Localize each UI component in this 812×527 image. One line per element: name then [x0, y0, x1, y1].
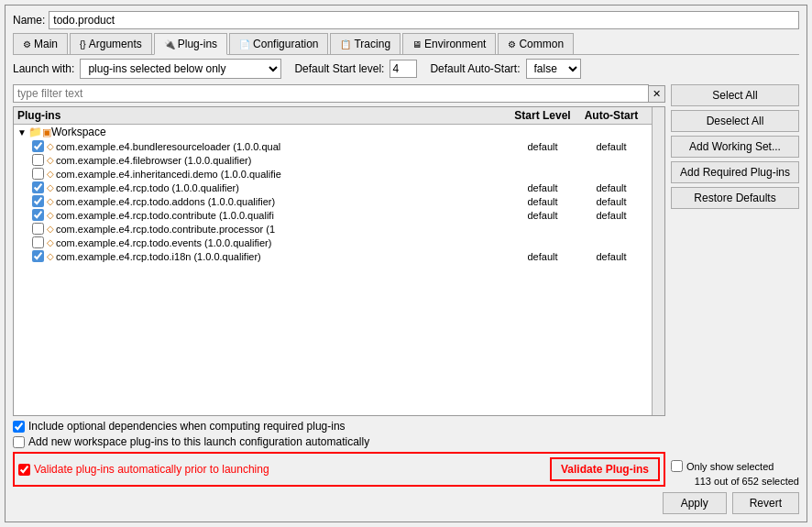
launch-select[interactable]: plug-ins selected below only all workspa… — [80, 59, 281, 79]
table-body: ▼ 📁 ▣ Workspace ◇ com.example.e4.bundler… — [14, 125, 652, 263]
plugin-type-icon: ◇ — [47, 251, 54, 261]
selected-count: 113 out of 652 selected — [671, 476, 799, 487]
only-selected-check[interactable] — [671, 460, 683, 472]
plugins-icon: 🔌 — [164, 39, 175, 49]
validate-left: Validate plug-ins automatically prior to… — [18, 463, 269, 476]
plugin-row[interactable]: ◇ com.example.e4.rcp.todo.addons (1.0.0.… — [14, 194, 652, 208]
plugin-auto-4: default — [575, 182, 648, 193]
col-plugins-header: Plug-ins — [17, 109, 510, 122]
plugin-row[interactable]: ◇ com.example.e4.rcp.todo.contribute (1.… — [14, 208, 652, 222]
validate-label: Validate plug-ins automatically prior to… — [34, 463, 269, 476]
autostart-select[interactable]: false true — [526, 59, 581, 79]
tab-arguments[interactable]: {} Arguments — [70, 33, 152, 54]
plugin-row[interactable]: ◇ com.example.e4.rcp.todo.i18n (1.0.0.qu… — [14, 249, 652, 263]
add-workspace-check[interactable] — [13, 436, 25, 448]
plugin-name-5: com.example.e4.rcp.todo.addons (1.0.0.qu… — [56, 196, 510, 207]
filter-input[interactable] — [13, 84, 649, 103]
plugin-auto-1: default — [575, 141, 648, 152]
tab-configuration[interactable]: 📄 Configuration — [229, 33, 328, 54]
launch-row: Launch with: plug-ins selected below onl… — [13, 59, 799, 79]
check-row-1: Include optional dependencies when compu… — [13, 420, 665, 433]
plugin-row[interactable]: ◇ com.example.e4.rcp.todo.events (1.0.0.… — [14, 236, 652, 249]
filter-clear-button[interactable]: ✕ — [649, 85, 665, 103]
common-icon: ⚙ — [508, 39, 516, 49]
tracing-icon: 📋 — [340, 39, 351, 49]
folder-icon: 📁 — [28, 126, 42, 138]
plugin-name-2: com.example.e4.filebrowser (1.0.0.qualif… — [56, 155, 510, 166]
col-auto-header: Auto-Start — [575, 109, 648, 122]
workspace-group[interactable]: ▼ 📁 ▣ Workspace — [14, 125, 652, 139]
bottom-checks: Include optional dependencies when compu… — [13, 420, 665, 448]
plugin-type-icon: ◇ — [47, 182, 54, 192]
plugin-start-6: default — [510, 210, 575, 221]
col-start-header: Start Level — [510, 109, 575, 122]
add-required-button[interactable]: Add Required Plug-ins — [671, 161, 799, 183]
plugin-name-8: com.example.e4.rcp.todo.events (1.0.0.qu… — [56, 237, 510, 248]
include-optional-check[interactable] — [13, 421, 25, 433]
dialog: Name: ⚙ Main {} Arguments 🔌 Plug-ins 📄 C… — [5, 5, 807, 522]
configuration-icon: 📄 — [239, 39, 250, 49]
tab-plugins[interactable]: 🔌 Plug-ins — [154, 33, 227, 55]
startlevel-input[interactable] — [390, 60, 417, 78]
plugin-check-5[interactable] — [32, 195, 44, 207]
autostart-label: Default Auto-Start: — [430, 62, 520, 75]
name-input[interactable] — [49, 11, 799, 29]
plugin-row[interactable]: ◇ com.example.e4.rcp.todo (1.0.0.qualifi… — [14, 181, 652, 194]
name-label: Name: — [13, 14, 45, 27]
apply-button[interactable]: Apply — [663, 492, 727, 514]
plugin-row[interactable]: ◇ com.example.e4.filebrowser (1.0.0.qual… — [14, 153, 652, 167]
plugin-auto-6: default — [575, 210, 648, 221]
plugin-start-1: default — [510, 141, 575, 152]
tab-common[interactable]: ⚙ Common — [498, 33, 574, 54]
footer-row: Apply Revert — [13, 492, 799, 514]
plugin-row[interactable]: ◇ com.example.e4.inheritancedi.demo (1.0… — [14, 167, 652, 181]
plugin-table: Plug-ins Start Level Auto-Start ▼ 📁 ▣ Wo… — [14, 107, 652, 415]
plugin-row[interactable]: ◇ com.example.e4.rcp.todo.contribute.pro… — [14, 222, 652, 236]
tab-tracing[interactable]: 📋 Tracing — [330, 33, 401, 54]
launch-label: Launch with: — [13, 62, 74, 75]
plugin-check-3[interactable] — [32, 168, 44, 180]
only-selected-row: Only show selected — [671, 460, 799, 472]
plugin-name-4: com.example.e4.rcp.todo (1.0.0.qualifier… — [56, 182, 510, 193]
plugin-check-2[interactable] — [32, 154, 44, 166]
plugin-type-icon: ◇ — [47, 210, 54, 220]
deselect-all-button[interactable]: Deselect All — [671, 110, 799, 132]
plugin-type-icon: ◇ — [47, 169, 54, 179]
plugin-name-6: com.example.e4.rcp.todo.contribute (1.0.… — [56, 210, 510, 221]
plugin-check-6[interactable] — [32, 209, 44, 221]
expand-toggle[interactable]: ▼ — [17, 127, 27, 137]
plugin-check-8[interactable] — [32, 236, 44, 248]
restore-defaults-button[interactable]: Restore Defaults — [671, 187, 799, 209]
environment-icon: 🖥 — [412, 39, 422, 49]
validate-check[interactable] — [18, 464, 30, 476]
tab-environment[interactable]: 🖥 Environment — [402, 33, 496, 54]
plugin-start-5: default — [510, 196, 575, 207]
plugin-start-4: default — [510, 182, 575, 193]
plugin-check-7[interactable] — [32, 223, 44, 235]
plugin-type-icon: ◇ — [47, 155, 54, 165]
main-area: ✕ Plug-ins Start Level Auto-Start ▼ — [13, 84, 799, 487]
plugin-check-1[interactable] — [32, 140, 44, 152]
plugin-check-4[interactable] — [32, 181, 44, 193]
revert-button[interactable]: Revert — [732, 492, 799, 514]
workspace-label: Workspace — [51, 126, 106, 138]
add-working-set-button[interactable]: Add Working Set... — [671, 136, 799, 158]
add-workspace-label: Add new workspace plug-ins to this launc… — [28, 435, 369, 448]
select-all-button[interactable]: Select All — [671, 84, 799, 106]
only-selected-label: Only show selected — [686, 461, 774, 472]
plugin-type-icon: ◇ — [47, 141, 54, 151]
plugin-type-icon: ◇ — [47, 237, 54, 247]
plugin-name-1: com.example.e4.bundleresourceloader (1.0… — [56, 141, 510, 152]
scrollbar[interactable] — [652, 107, 664, 415]
plugin-auto-9: default — [575, 251, 648, 262]
validate-plugins-button[interactable]: Validate Plug-ins — [550, 457, 660, 481]
tab-main[interactable]: ⚙ Main — [13, 33, 68, 54]
check-row-2: Add new workspace plug-ins to this launc… — [13, 435, 665, 448]
filter-row: ✕ — [13, 84, 665, 103]
right-panel: Select All Deselect All Add Working Set.… — [671, 84, 799, 487]
plugin-type-icon: ◇ — [47, 196, 54, 206]
startlevel-label: Default Start level: — [294, 62, 384, 75]
name-row: Name: — [13, 11, 799, 29]
plugin-row[interactable]: ◇ com.example.e4.bundleresourceloader (1… — [14, 139, 652, 153]
plugin-check-9[interactable] — [32, 250, 44, 262]
